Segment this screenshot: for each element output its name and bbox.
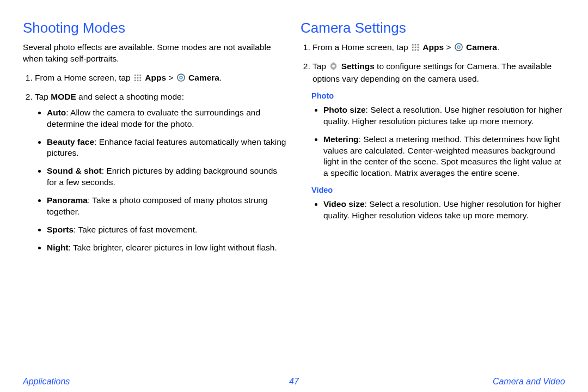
camera-settings-steps: From a Home screen, tap Apps > Camera. T… <box>301 42 565 85</box>
apps-grid-icon <box>134 74 142 85</box>
step1-text: From a Home screen, tap <box>35 73 133 82</box>
left-column: Shooting Modes Several photo effects are… <box>23 20 287 365</box>
cs-step-2: Tap Settings to configure settings for C… <box>313 61 565 85</box>
shooting-mode-list: Auto: Allow the camera to evaluate the s… <box>35 107 287 254</box>
camera-label: Camera <box>466 42 497 52</box>
footer-right: Camera and Video <box>493 377 565 387</box>
settings-label: Settings <box>341 62 375 71</box>
settings-gear-icon <box>329 62 338 74</box>
shooting-modes-heading: Shooting Modes <box>23 20 287 36</box>
apps-label: Apps <box>145 73 166 82</box>
mode-sports: Sports: Take pictures of fast movement. <box>47 224 287 236</box>
metering: Metering: Select a metering method. This… <box>323 134 565 180</box>
video-size: Video size: Select a resolution. Use hig… <box>323 199 565 222</box>
apps-grid-icon <box>412 43 419 54</box>
photo-subheading: Photo <box>311 91 565 100</box>
mode-auto: Auto: Allow the camera to evaluate the s… <box>47 107 287 130</box>
page-number: 47 <box>289 377 299 387</box>
footer-left: Applications <box>23 377 70 387</box>
mode-sound-shot: Sound & shot: Enrich pictures by adding … <box>47 166 287 188</box>
step-1: From a Home screen, tap Apps > Camera. <box>35 72 287 85</box>
shooting-modes-steps: From a Home screen, tap Apps > Camera. T… <box>23 72 287 254</box>
shooting-modes-intro: Several photo effects are available. Som… <box>23 42 287 65</box>
apps-label: Apps <box>422 42 444 52</box>
camera-label: Camera <box>188 73 219 82</box>
video-subheading: Video <box>311 186 565 194</box>
camera-settings-heading: Camera Settings <box>301 20 565 36</box>
manual-page: Shooting Modes Several photo effects are… <box>0 0 588 392</box>
photo-size: Photo size: Select a resolution. Use hig… <box>323 105 565 127</box>
photo-settings-list: Photo size: Select a resolution. Use hig… <box>301 105 565 180</box>
mode-label: MODE <box>51 92 76 101</box>
page-footer: Applications 47 Camera and Video <box>0 377 588 387</box>
step-2: Tap MODE and select a shooting mode: Aut… <box>35 91 287 254</box>
right-column: Camera Settings From a Home screen, tap … <box>301 20 565 365</box>
camera-icon <box>177 74 185 85</box>
camera-icon <box>455 43 463 54</box>
mode-night: Night: Take brighter, clearer pictures i… <box>47 242 287 254</box>
sep: > <box>166 73 176 82</box>
video-settings-list: Video size: Select a resolution. Use hig… <box>301 199 565 222</box>
mode-beauty-face: Beauty face: Enhance facial features aut… <box>47 137 287 160</box>
mode-panorama: Panorama: Take a photo composed of many … <box>47 195 287 218</box>
cs-step-1: From a Home screen, tap Apps > Camera. <box>313 42 565 54</box>
